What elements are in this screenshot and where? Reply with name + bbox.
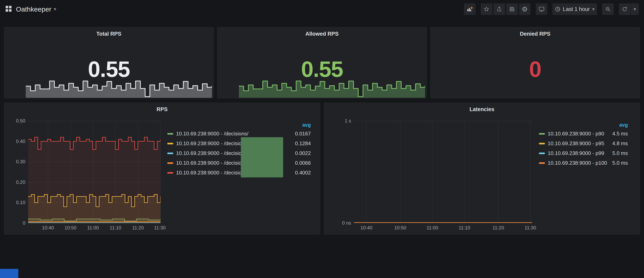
stat-panels-row: Total RPS 0.55 Allowed RPS 0.55 Denied R… — [4, 27, 640, 98]
panel-title[interactable]: Denied RPS — [430, 31, 640, 37]
y-tick: 0.30 — [16, 159, 25, 165]
series-color-marker[interactable] — [167, 143, 173, 144]
rps-chart — [28, 121, 160, 223]
legend-value: 0.1284 — [295, 140, 311, 147]
legend-item[interactable]: 10.10.69.238:9000 - p99 5.0 ms — [539, 148, 628, 158]
y-tick: 1 s — [345, 118, 351, 124]
share-icon — [496, 6, 502, 12]
panel-allowed-rps: Allowed RPS 0.55 — [217, 27, 427, 98]
star-button[interactable] — [481, 3, 492, 15]
x-tick: 11:10 — [458, 225, 470, 231]
legend-avg-header[interactable]: avg — [539, 121, 628, 129]
legend-value: 4.8 ms — [612, 140, 628, 147]
save-icon — [509, 6, 515, 12]
series-color-marker[interactable] — [539, 143, 545, 144]
zoom-out-button[interactable] — [602, 3, 614, 15]
stat-value: 0 — [430, 56, 640, 82]
settings-button[interactable]: ⚙ — [519, 3, 530, 15]
legend-value: 0.4002 — [295, 170, 311, 176]
legend-item[interactable]: 10.10.69.238:9000 - /decisions/ 0.4002 — [167, 168, 311, 178]
y-axis: 1 s 0 ns — [330, 121, 354, 223]
series-color-marker[interactable] — [167, 172, 173, 174]
x-tick: 10:50 — [394, 225, 406, 231]
latencies-legend: avg 10.10.69.238:9000 - p90 4.5 ms 10.10… — [532, 121, 640, 168]
dashboard-title[interactable]: Oathkeeper ▾ — [16, 5, 56, 13]
legend-avg-header[interactable]: avg — [167, 121, 311, 129]
series-color-marker[interactable] — [167, 133, 173, 135]
panel-title[interactable]: RPS — [4, 106, 320, 112]
y-axis: 0.50 0.40 0.30 0.20 0.10 0 — [10, 121, 28, 223]
series-color-marker[interactable] — [539, 133, 545, 135]
legend-item[interactable]: 10.10.69.238:9000 - /decisions/ 0.0022 — [167, 148, 311, 158]
grafana-dashboard: { "navbar": { "dashboard_title": "Oathke… — [0, 0, 644, 278]
refresh-icon — [622, 6, 628, 12]
legend-item[interactable]: 10.10.69.238:9000 - /decisions/ 0.0066 — [167, 158, 311, 168]
zoom-out-icon — [605, 6, 611, 12]
x-tick: 10:40 — [42, 225, 54, 231]
series-color-marker[interactable] — [167, 153, 173, 154]
add-panel-icon — [467, 6, 473, 12]
x-tick: 11:00 — [87, 225, 99, 231]
x-tick: 11:20 — [492, 225, 504, 231]
x-axis: 10:40 10:50 11:00 11:10 11:20 11:30 — [28, 225, 160, 233]
panel-rps: RPS 0.50 0.40 0.30 0.20 0.10 0 10:40 10:… — [4, 103, 320, 235]
stat-value: 0.55 — [217, 56, 427, 82]
panel-title[interactable]: Latencies — [324, 106, 640, 112]
navbar: Oathkeeper ▾ ⚙ — [0, 0, 644, 18]
legend-item[interactable]: 10.10.69.238:9000 - p100 5.0 ms — [539, 158, 628, 168]
dashboards-grid-icon[interactable] — [5, 5, 12, 13]
legend-label: 10.10.69.238:9000 - /decisions/ — [176, 160, 248, 166]
rps-plot-area[interactable]: 10:40 10:50 11:00 11:10 11:20 11:30 — [28, 121, 160, 223]
legend-label: 10.10.69.238:9000 - /decisions/ — [176, 140, 248, 147]
legend-label: 10.10.69.238:9000 - p95 — [548, 140, 604, 147]
latencies-plot-area[interactable]: 10:40 10:50 11:00 11:10 11:20 11:30 — [354, 121, 532, 223]
monitor-icon — [538, 6, 544, 12]
legend-value: 0.0167 — [295, 131, 311, 137]
tv-mode-button[interactable] — [536, 3, 547, 15]
legend-label: 10.10.69.238:9000 - /decisions/ — [176, 150, 248, 156]
series-color-marker[interactable] — [539, 153, 545, 154]
x-tick: 11:00 — [426, 225, 438, 231]
refresh-button[interactable] — [619, 3, 630, 15]
save-button[interactable] — [506, 3, 518, 15]
y-tick: 0.40 — [16, 139, 25, 144]
graph-panels-row: RPS 0.50 0.40 0.30 0.20 0.10 0 10:40 10:… — [4, 103, 640, 235]
legend-label: 10.10.69.238:9000 - p90 — [548, 131, 604, 137]
x-tick: 11:30 — [154, 225, 166, 231]
legend-label: 10.10.69.238:9000 - /decisions/ — [176, 170, 248, 176]
x-tick: 10:50 — [64, 225, 76, 231]
legend-label: 10.10.69.238:9000 - p99 — [548, 150, 604, 156]
y-tick: 0.10 — [16, 200, 25, 205]
legend-label: 10.10.69.238:9000 - p100 — [548, 160, 607, 166]
legend-value: 4.5 ms — [612, 131, 628, 137]
rps-legend: avg 10.10.69.238:9000 - /decisions/ 0.01… — [160, 121, 320, 178]
share-button[interactable] — [494, 3, 505, 15]
y-tick: 0 — [23, 220, 25, 226]
chevron-down-icon: ▾ — [54, 7, 56, 11]
legend-item[interactable]: 10.10.69.238:9000 - /decisions/ 0.0167 — [167, 129, 311, 139]
legend-item[interactable]: 10.10.69.238:9000 - /decisions/ 0.1284 — [167, 139, 311, 148]
x-tick: 11:20 — [132, 225, 144, 231]
chevron-down-icon: ▾ — [634, 7, 636, 11]
refresh-interval-dropdown[interactable]: ▾ — [631, 3, 639, 15]
y-tick: 0 ns — [342, 220, 351, 226]
legend-item[interactable]: 10.10.69.238:9000 - p95 4.8 ms — [539, 139, 628, 148]
legend-value: 0.0066 — [295, 160, 311, 166]
y-tick: 0.20 — [16, 179, 25, 185]
legend-value: 5.0 ms — [612, 160, 628, 166]
panel-total-rps: Total RPS 0.55 — [4, 27, 214, 98]
panel-title[interactable]: Total RPS — [4, 31, 214, 37]
legend-item[interactable]: 10.10.69.238:9000 - p90 4.5 ms — [539, 129, 628, 139]
green-overlay-box — [241, 137, 283, 177]
series-color-marker[interactable] — [539, 162, 545, 164]
clock-icon — [555, 6, 560, 12]
chevron-down-icon: ▾ — [592, 7, 594, 11]
x-axis: 10:40 10:50 11:00 11:10 11:20 11:30 — [354, 225, 532, 233]
legend-value: 0.0022 — [295, 150, 311, 156]
series-color-marker[interactable] — [167, 162, 173, 164]
x-tick: 11:10 — [110, 225, 121, 231]
corner-blue-element — [0, 269, 18, 278]
time-range-picker[interactable]: Last 1 hour ▾ — [552, 3, 597, 15]
add-panel-button[interactable] — [464, 3, 476, 15]
panel-title[interactable]: Allowed RPS — [217, 31, 427, 37]
